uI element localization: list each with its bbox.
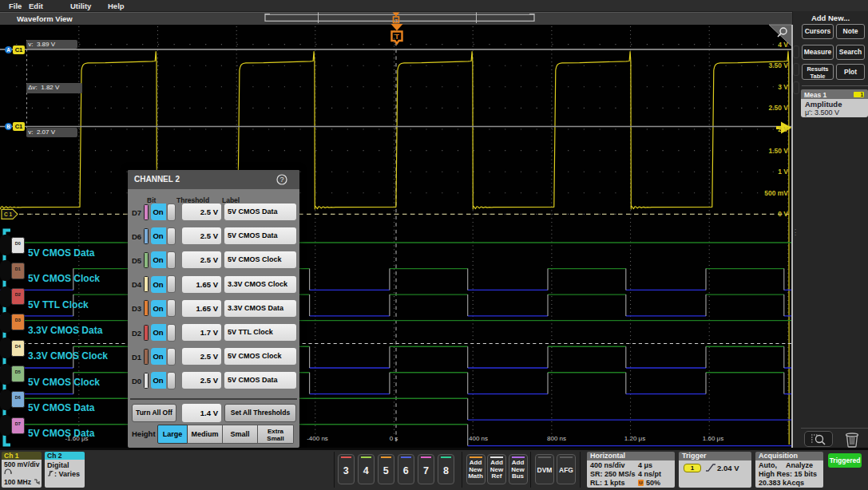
svg-text:?: ? xyxy=(279,176,283,184)
